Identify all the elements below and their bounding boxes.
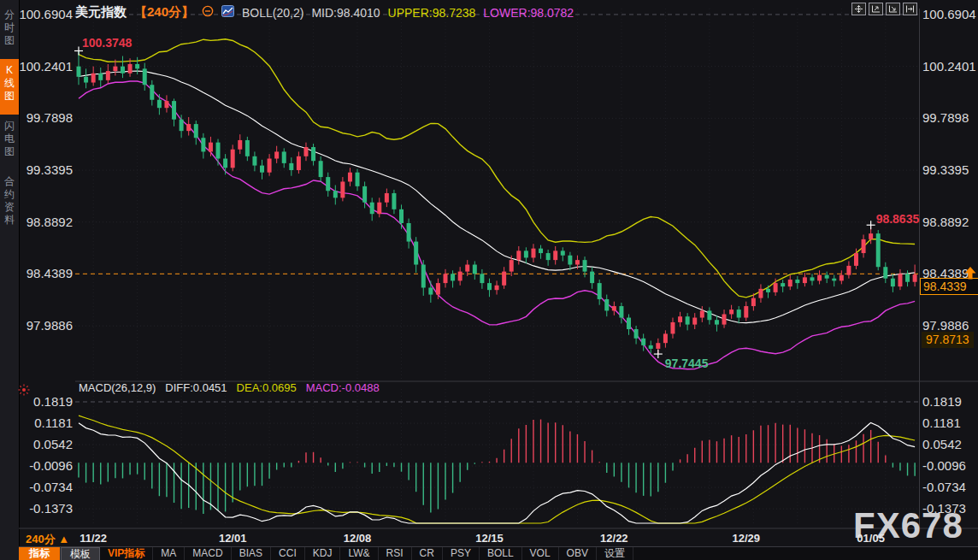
chart-canvas[interactable]: [0, 0, 978, 560]
price-axis-label: 98.8892: [0, 215, 73, 229]
date-label: 12/01: [219, 532, 247, 545]
date-label: 01/05: [857, 532, 885, 545]
chart-header: 美元指数 【240分】 BOLL(20,2) MID:98.4010 UPPER…: [75, 4, 574, 21]
macd-hist-value: MACD:-0.0488: [306, 381, 380, 394]
toolbar-button-OBV[interactable]: OBV: [559, 547, 597, 560]
price-axis-label: 99.3395: [922, 163, 977, 177]
circle-minus-icon[interactable]: [202, 5, 214, 20]
price-axis-label: 97.9886: [0, 319, 73, 333]
toolbar-button-设置[interactable]: 设置: [597, 547, 633, 560]
price-axis-label: 98.4389: [0, 267, 73, 280]
toolbar-button-VOL[interactable]: VOL: [522, 547, 559, 560]
swing-high-annotation: 100.3748: [82, 36, 132, 50]
toolbar-button-模板[interactable]: 模板: [61, 547, 100, 560]
toolbar-button-MACD[interactable]: MACD: [185, 547, 231, 560]
macd-axis-label: -0.1373: [0, 502, 73, 516]
toolbar-button-KDJ[interactable]: KDJ: [305, 547, 341, 560]
macd-dea-value: DEA:0.0695: [237, 381, 297, 394]
macd-axis-label: 0.0542: [0, 438, 73, 451]
chart-layout-controls: [851, 3, 917, 15]
macd-title: MACD(26,12,9): [79, 381, 156, 394]
macd-axis-label: 0.1819: [0, 395, 73, 409]
price-axis-label: 99.7898: [922, 111, 977, 125]
date-label: 11/22: [80, 532, 107, 545]
toolbar-button-BIAS[interactable]: BIAS: [232, 547, 271, 560]
price-line-arrow-icon: [963, 266, 977, 284]
price-axis-label: 100.6904: [922, 8, 977, 21]
time-axis: 240分 ▲ 11/2212/0112/0812/1512/2212/2901/…: [0, 529, 978, 546]
indicator-toolbar: 指标模板VIP指标MAMACDBIASCCIKDJLW&RSICRPSYBOLL…: [19, 546, 978, 560]
price-axis-label: 98.8892: [922, 215, 977, 229]
axis-zoom-right-icon[interactable]: [886, 3, 900, 15]
pan-crosshair-icon[interactable]: [851, 3, 866, 15]
macd-axis-label: 0.1819: [922, 395, 977, 409]
price-axis-label: 99.3395: [0, 163, 73, 177]
toolbar-button-CCI[interactable]: CCI: [271, 547, 305, 560]
macd-axis-label: 0.1181: [922, 416, 977, 430]
macd-settings-sun-icon[interactable]: [18, 384, 30, 399]
boll-label: BOLL(20,2): [242, 6, 303, 20]
date-label: 12/22: [600, 532, 628, 545]
boll-upper-value: UPPER:98.7238: [388, 6, 476, 20]
toolbar-button-MA[interactable]: MA: [153, 547, 185, 560]
reference-price-box: 97.8713: [922, 332, 974, 348]
symbol-name: 美元指数: [75, 4, 127, 21]
price-axis-label: 97.9886: [922, 319, 977, 333]
boll-mid-value: MID:98.4010: [311, 6, 380, 20]
macd-axis-label: -0.0734: [922, 480, 977, 494]
macd-axis-label: -0.0096: [922, 459, 977, 473]
macd-axis-label: 0.1181: [0, 416, 73, 430]
date-label: 12/29: [732, 532, 760, 545]
date-label: 12/15: [475, 532, 504, 545]
macd-axis-label: -0.0096: [0, 459, 73, 473]
swing-low-annotation: 97.7445: [665, 357, 709, 370]
macd-diff-value: DIFF:0.0451: [165, 381, 227, 394]
toolbar-button-CR[interactable]: CR: [412, 547, 443, 560]
pane-collapse-icon[interactable]: [903, 3, 917, 15]
toolbar-button-RSI[interactable]: RSI: [379, 547, 412, 560]
price-axis-label: 100.2401: [0, 60, 73, 74]
toolbar-button-LW&[interactable]: LW&: [340, 547, 378, 560]
price-axis-label: 100.2401: [922, 60, 977, 74]
period-tag[interactable]: 【240分】: [134, 4, 194, 21]
toolbar-button-BOLL[interactable]: BOLL: [480, 547, 522, 560]
macd-axis-label: -0.0734: [0, 480, 73, 494]
toolbar-button-VIP指标[interactable]: VIP指标: [100, 547, 153, 560]
price-axis-label: 100.6904: [0, 8, 73, 21]
toolbar-button-PSY[interactable]: PSY: [443, 547, 480, 560]
boll-lower-value: LOWER:98.0782: [483, 6, 574, 20]
price-axis-label: 99.7898: [0, 111, 73, 125]
period-selector[interactable]: 240分 ▲: [26, 532, 69, 547]
macd-header: MACD(26,12,9) DIFF:0.0451 DEA:0.0695 MAC…: [79, 381, 380, 394]
toolbar-button-指标[interactable]: 指标: [19, 547, 61, 560]
recent-high-annotation: 98.8635: [876, 212, 920, 226]
axis-zoom-left-icon[interactable]: [869, 3, 883, 15]
macd-axis-label: 0.0542: [922, 438, 977, 451]
mini-chart-icon[interactable]: [221, 5, 234, 20]
chart-app-window: 分时图K线图闪电图合约资料 美元指数 【240分】 BOLL(20,2) MID…: [0, 0, 978, 560]
date-label: 12/08: [344, 532, 372, 545]
